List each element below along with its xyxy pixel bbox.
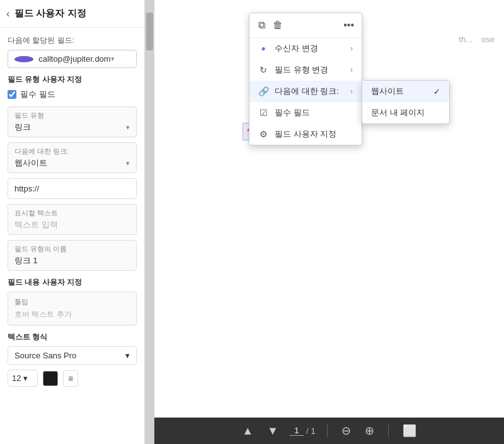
font-value: Source Sans Pro <box>14 351 76 360</box>
tooltip-field[interactable]: 툴팁 호버 텍스트 추가 <box>8 292 137 326</box>
context-menu-main: ⧉ 🗑 ••• ● 수신자 변경 › ↻ 필드 유형 변경 › <box>249 13 362 145</box>
canvas-content: th... ose ⧉ 🗑 ••• ● 수신자 변경 › <box>154 0 504 418</box>
more-icon[interactable]: ••• <box>343 20 354 31</box>
menu-item-next-link[interactable]: 🔗 다음에 대한 링크: › 웹사이트 ✓ 문서 내 페이지 <box>249 81 362 102</box>
page-indicator: / 1 <box>290 426 316 436</box>
settings-icon: ⚙ <box>258 129 268 139</box>
text-format-label: 텍스트 형식 <box>8 332 137 343</box>
chevron-down-icon: ▾ <box>125 351 130 360</box>
checkbox-icon: ☑ <box>258 108 268 118</box>
doc-page-label: 문서 내 페이지 <box>371 107 425 118</box>
field-type-custom-label: 필드 유형 사용자 지정 <box>8 74 137 85</box>
recipient-icon: ● <box>258 44 268 53</box>
chevron-down-icon: ▾ <box>126 159 130 168</box>
canvas-hint-text: th... <box>459 35 472 44</box>
display-text-label: 표시할 텍스트 <box>14 208 130 218</box>
arrow-icon: › <box>350 87 353 96</box>
assigned-value: calltop@jupiter.dom <box>38 54 110 64</box>
link-icon: 🔗 <box>258 86 268 96</box>
field-type-name-value-row: 링크 1 <box>14 255 130 266</box>
dot-icon <box>14 56 33 62</box>
canvas-close-text: ose <box>481 35 495 44</box>
website-label: 웹사이트 <box>371 86 404 97</box>
menu-item-field-custom[interactable]: ⚙ 필드 사용자 지정 <box>249 123 362 145</box>
field-type-change-label: 필드 유형 변경 <box>275 64 344 76</box>
page-next-button[interactable]: ▼ <box>265 422 281 440</box>
zoom-in-button[interactable]: ⊕ <box>362 421 377 440</box>
page-current-input[interactable] <box>290 426 304 436</box>
bottom-toolbar: ▲ ▼ / 1 ⊖ ⊕ ⬜ <box>154 418 504 444</box>
next-link-value: 웹사이트 <box>14 157 47 169</box>
field-type-name-label: 필드 유형의 이름 <box>14 244 130 254</box>
field-type-name-group[interactable]: 필드 유형의 이름 링크 1 <box>8 240 137 271</box>
divider <box>388 424 389 437</box>
assigned-label: 다음에 할당된 필드: <box>8 35 137 46</box>
field-type-value-row: 링크 ▾ <box>14 122 130 133</box>
tooltip-placeholder: 호버 텍스트 추가 <box>14 309 130 320</box>
page-separator: / <box>306 426 309 436</box>
font-color-swatch[interactable] <box>43 371 58 386</box>
context-menu: ⧉ 🗑 ••• ● 수신자 변경 › ↻ 필드 유형 변경 › <box>249 13 362 145</box>
scrollbar-thumb[interactable] <box>146 13 153 50</box>
submenu-item-website[interactable]: 웹사이트 ✓ <box>362 81 449 102</box>
field-custom-label: 필드 사용자 지정 <box>275 128 353 140</box>
next-link-group[interactable]: 다음에 대한 링크: 웹사이트 ▾ <box>8 142 137 173</box>
align-button[interactable]: ≡ <box>63 370 78 387</box>
next-link-value-row: 웹사이트 ▾ <box>14 157 130 169</box>
context-menu-top-bar: ⧉ 🗑 ••• <box>249 13 362 38</box>
zoom-out-button[interactable]: ⊖ <box>339 421 353 440</box>
page-prev-button[interactable]: ▲ <box>239 422 256 440</box>
required-field-label: 필수 필드 <box>20 89 55 100</box>
font-dropdown[interactable]: Source Sans Pro ▾ <box>8 346 137 365</box>
arrow-icon: › <box>350 65 353 74</box>
required-field-row: 필수 필드 <box>8 89 137 100</box>
field-type-group[interactable]: 필드 유형 링크 ▾ <box>8 106 137 137</box>
tooltip-label: 툴팁 <box>14 297 130 307</box>
page-total: 1 <box>311 426 316 436</box>
field-type-icon: ↻ <box>258 65 268 75</box>
menu-item-recipient-change[interactable]: ● 수신자 변경 › <box>249 38 362 59</box>
display-text-placeholder: 텍스트 입력 <box>14 219 58 231</box>
display-text-value-row: 텍스트 입력 <box>14 219 130 231</box>
chevron-down-icon: ▾ <box>23 373 28 383</box>
copy-icon-button[interactable]: ⧉ <box>257 18 266 32</box>
recipient-change-label: 수신자 변경 <box>275 43 344 54</box>
back-button[interactable]: ‹ <box>6 8 9 20</box>
submenu-item-doc-page[interactable]: 문서 내 페이지 <box>362 102 449 123</box>
check-icon: ✓ <box>433 87 440 96</box>
canvas-area: th... ose ⧉ 🗑 ••• ● 수신자 변경 › <box>154 0 504 444</box>
field-type-name-value: 링크 1 <box>14 255 38 266</box>
assigned-dropdown[interactable]: calltop@jupiter.dom ▾ <box>8 50 137 68</box>
left-panel: ‹ 필드 사용자 지정 다음에 할당된 필드: calltop@jupiter.… <box>0 0 145 444</box>
chevron-down-icon: ▾ <box>111 55 130 63</box>
required-field-checkbox[interactable] <box>8 90 16 99</box>
field-type-value: 링크 <box>14 122 31 133</box>
next-link-label: 다음에 대한 링크: <box>14 147 130 156</box>
url-input[interactable] <box>8 178 137 199</box>
divider <box>327 424 328 437</box>
font-size-value: 12 <box>12 373 21 383</box>
submenu-next-link: 웹사이트 ✓ 문서 내 페이지 <box>362 80 450 124</box>
required-field-menu-label: 필수 필드 <box>275 107 353 118</box>
field-type-label: 필드 유형 <box>14 111 130 120</box>
text-format-section: 텍스트 형식 Source Sans Pro ▾ 12 ▾ ≡ <box>8 332 137 387</box>
display-text-group[interactable]: 표시할 텍스트 텍스트 입력 <box>8 204 137 235</box>
format-row: 12 ▾ ≡ <box>8 370 137 387</box>
panel-title: 필드 사용자 지정 <box>14 8 86 20</box>
panel-header: ‹ 필드 사용자 지정 <box>0 0 144 28</box>
delete-icon-button[interactable]: 🗑 <box>272 18 284 32</box>
menu-item-field-type-change[interactable]: ↻ 필드 유형 변경 › <box>249 59 362 81</box>
panel-body: 다음에 할당된 필드: calltop@jupiter.dom ▾ 필드 유형 … <box>0 28 144 444</box>
menu-item-required-field[interactable]: ☑ 필수 필드 <box>249 102 362 123</box>
scrollbar[interactable] <box>145 0 154 444</box>
chevron-down-icon: ▾ <box>126 123 130 132</box>
next-link-menu-label: 다음에 대한 링크: <box>275 86 344 97</box>
arrow-icon: › <box>350 44 353 53</box>
fit-button[interactable]: ⬜ <box>400 421 419 440</box>
field-content-custom-label: 필드 내용 사용자 지정 <box>8 277 137 288</box>
font-size-dropdown[interactable]: 12 ▾ <box>8 370 38 387</box>
